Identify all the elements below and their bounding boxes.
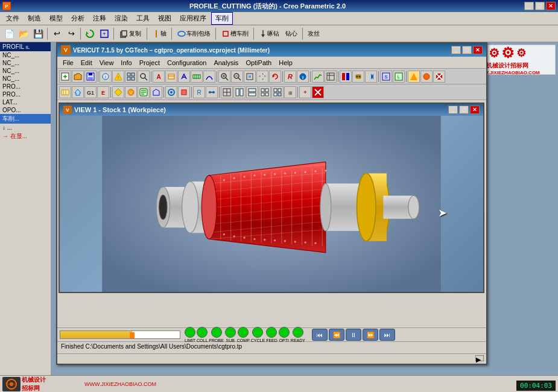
tb-redo[interactable]: ↪ <box>65 27 78 40</box>
tb-turning-envelope[interactable]: 车削包络 <box>174 27 213 40</box>
vmenu-help[interactable]: Help <box>276 58 296 67</box>
vtb2-icon6[interactable]: V <box>125 86 137 98</box>
menu-view[interactable]: 视图 <box>154 13 175 24</box>
tb-groove-turning[interactable]: 槽车削 <box>218 27 251 40</box>
vtb-icon7[interactable] <box>138 71 150 83</box>
tree-item-10[interactable]: → 在显... <box>0 131 51 141</box>
creo-maximize-btn[interactable]: □ <box>535 2 545 10</box>
creo-close-btn[interactable]: ✕ <box>546 2 556 10</box>
scroll-right-btn[interactable]: ▶ <box>475 355 484 361</box>
indicator-ready[interactable]: READY <box>291 327 305 343</box>
vtb-new[interactable] <box>59 71 71 83</box>
vtb-open[interactable] <box>72 71 84 83</box>
view1-minimize-btn[interactable]: _ <box>448 106 458 114</box>
vtb2-icon1[interactable] <box>59 86 71 98</box>
vtb-icon4[interactable]: i <box>100 71 112 83</box>
vtb-icon-misc1[interactable] <box>408 71 420 83</box>
vtb-zoom-out[interactable] <box>231 71 243 83</box>
vericut-maximize-btn[interactable]: □ <box>462 46 472 54</box>
vmenu-info[interactable]: Info <box>118 58 135 67</box>
vtb2-icon5[interactable] <box>112 86 124 98</box>
menu-manufacture[interactable]: 制造 <box>24 13 45 24</box>
vtb2-icon10[interactable] <box>178 86 190 98</box>
vtb2-icon11[interactable]: R <box>193 86 205 98</box>
vtb-icon-info[interactable]: i <box>297 71 309 83</box>
tree-item-7[interactable]: OPO... <box>0 106 51 114</box>
menu-annotation[interactable]: 注释 <box>89 13 110 24</box>
tree-item-8[interactable]: 车削... <box>0 114 51 124</box>
vmenu-view[interactable]: View <box>97 58 117 67</box>
vtb-table[interactable] <box>325 71 337 83</box>
indicator-coll[interactable]: COLL <box>197 327 208 343</box>
vtb-graph[interactable] <box>312 71 324 83</box>
nav-pause[interactable]: ⏸ <box>346 329 361 341</box>
tb-peck-drill[interactable]: 啄钻 <box>256 27 282 40</box>
menu-analysis[interactable]: 分析 <box>68 13 88 24</box>
tb-open[interactable]: 📂 <box>17 27 30 40</box>
vtb2-view2[interactable] <box>233 86 246 98</box>
vtb-rotate[interactable] <box>269 71 281 83</box>
vmenu-optipath[interactable]: OptiPath <box>243 58 274 67</box>
nav-forward[interactable]: ⏩ <box>363 329 378 341</box>
vtb2-icon9[interactable] <box>165 86 177 98</box>
menu-turning[interactable]: 车削 <box>211 12 233 25</box>
vtb-icon6[interactable] <box>125 71 137 83</box>
vtb2-icon4[interactable]: E <box>97 86 109 98</box>
vtb2-icon3[interactable]: G1 <box>84 86 97 98</box>
tb-drill-center[interactable]: 钻心 <box>283 27 300 40</box>
tree-item-3[interactable]: NC_... <box>0 75 51 83</box>
vtb2-icon8[interactable] <box>150 86 162 98</box>
menu-file[interactable]: 文件 <box>2 13 23 24</box>
indicator-sub[interactable]: SUB <box>225 327 236 343</box>
vtb-icon-tool[interactable] <box>352 71 364 83</box>
menu-tools[interactable]: 工具 <box>133 13 153 24</box>
vtb-icon-misc2[interactable] <box>420 71 433 83</box>
creo-minimize-btn[interactable]: _ <box>524 2 534 10</box>
vtb2-icon2[interactable] <box>72 86 84 98</box>
tb-tapping[interactable]: 攻丝 <box>305 27 322 40</box>
vtb2-icon-plus[interactable]: + <box>299 86 311 98</box>
vtb-icon9[interactable] <box>165 71 177 83</box>
nav-forward-to-end[interactable]: ⏭ <box>379 329 395 341</box>
vtb2-icon7[interactable] <box>138 86 150 98</box>
tb-new[interactable]: 📄 <box>2 27 16 40</box>
vtb-icon5[interactable]: ! <box>112 71 124 83</box>
menu-render[interactable]: 渲染 <box>111 13 132 24</box>
vtb-color1[interactable] <box>340 71 352 83</box>
tb-new-part[interactable]: + <box>98 27 111 40</box>
vtb-zoom-in[interactable] <box>218 71 230 83</box>
vtb2-icon-x[interactable] <box>312 86 324 98</box>
tree-item-5[interactable]: PRO... <box>0 90 51 98</box>
tb-copy[interactable]: 复制 <box>116 27 144 40</box>
vmenu-config[interactable]: Configuration <box>164 58 209 67</box>
nav-back-to-start[interactable]: ⏮ <box>312 329 328 341</box>
indicator-opti[interactable]: OPTI <box>279 327 290 343</box>
tree-item-4[interactable]: PRO... <box>0 83 51 90</box>
vtb-icon-misc3[interactable] <box>433 71 445 83</box>
tree-item-6[interactable]: LAT... <box>0 98 51 106</box>
view1-maximize-btn[interactable]: □ <box>459 106 469 114</box>
tree-item-0[interactable]: NC_... <box>0 51 51 59</box>
vtb-icon10[interactable] <box>178 71 190 83</box>
vericut-minimize-btn[interactable]: _ <box>451 46 461 54</box>
menu-model[interactable]: 模型 <box>46 13 66 24</box>
vericut-close-btn[interactable]: ✕ <box>473 46 483 54</box>
status-scrollbar[interactable]: ▶ <box>57 353 486 362</box>
view1-close-btn[interactable]: ✕ <box>470 106 480 114</box>
tb-axis[interactable]: 轴 <box>150 27 169 40</box>
vtb2-view3[interactable] <box>246 86 258 98</box>
vtb2-icon12[interactable] <box>206 86 218 98</box>
menu-apps[interactable]: 应用程序 <box>176 13 210 24</box>
vtb2-view4[interactable] <box>259 86 271 98</box>
vmenu-edit[interactable]: Edit <box>78 58 95 67</box>
vtb-icon-motion[interactable] <box>365 71 377 83</box>
indicator-cycle[interactable]: CYCLE <box>251 327 265 343</box>
vtb-icon-R[interactable]: R <box>284 71 296 83</box>
tree-item-1[interactable]: NC_... <box>0 59 51 67</box>
vtb-icon-load[interactable]: L <box>393 71 405 83</box>
indicator-feed[interactable]: FEED <box>266 327 277 343</box>
vmenu-file[interactable]: File <box>60 58 77 67</box>
vtb-icon12[interactable] <box>203 71 215 83</box>
tb-regenerate[interactable] <box>83 27 97 40</box>
vtb-zoom-fit[interactable] <box>244 71 256 83</box>
